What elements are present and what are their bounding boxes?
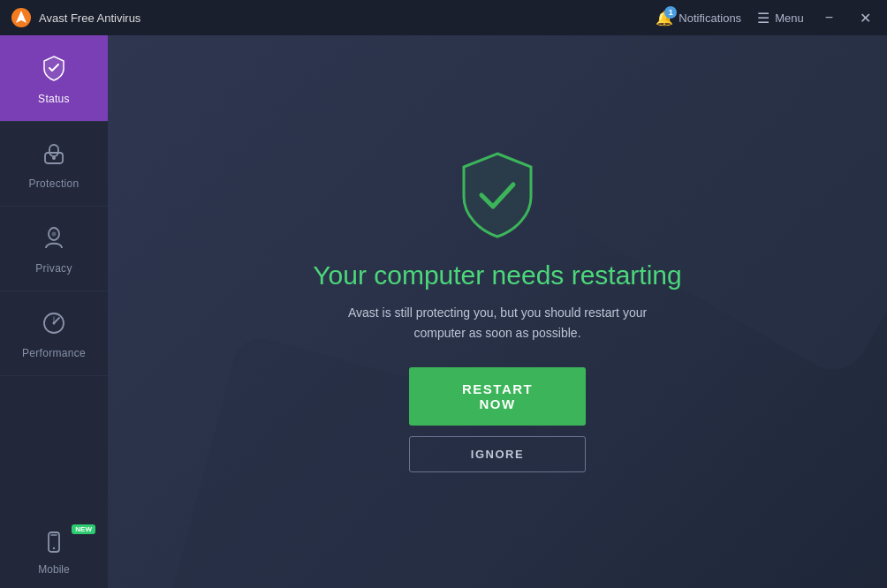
menu-label: Menu	[775, 11, 804, 25]
menu-icon: ☰	[757, 10, 769, 26]
sidebar-item-performance[interactable]: Performance	[0, 291, 108, 376]
shield-container	[458, 151, 537, 243]
svg-point-9	[53, 322, 56, 325]
performance-icon	[42, 311, 66, 340]
svg-point-11	[53, 547, 55, 549]
shield-icon	[458, 151, 537, 239]
notification-count: 1	[664, 6, 677, 19]
protection-icon	[42, 141, 65, 170]
main-content: Your computer needs restarting Avast is …	[108, 35, 887, 588]
titlebar: Avast Free Antivirus 🔔 1 Notifications ☰…	[0, 0, 887, 35]
sidebar-item-status[interactable]: Status	[0, 35, 108, 122]
sidebar-item-protection[interactable]: Protection	[0, 122, 108, 207]
status-icon	[41, 55, 67, 86]
restart-now-button[interactable]: RESTART NOW	[409, 367, 586, 426]
close-button[interactable]: ✕	[854, 8, 876, 28]
privacy-icon	[42, 226, 65, 255]
svg-rect-1	[49, 145, 58, 156]
sidebar-mobile-label: Mobile	[38, 563, 69, 576]
notifications-button[interactable]: 🔔 1 Notifications	[656, 10, 741, 26]
notifications-label: Notifications	[679, 11, 741, 25]
titlebar-right: 🔔 1 Notifications ☰ Menu − ✕	[656, 8, 876, 28]
content-inner: Your computer needs restarting Avast is …	[313, 151, 681, 472]
minimize-button[interactable]: −	[820, 8, 838, 27]
new-badge: NEW	[72, 524, 95, 534]
svg-point-5	[52, 232, 57, 237]
mobile-icon	[44, 531, 64, 558]
main-heading: Your computer needs restarting	[313, 260, 681, 290]
sidebar: Status Protection Privacy	[0, 35, 108, 588]
sidebar-privacy-label: Privacy	[35, 262, 72, 275]
sidebar-performance-label: Performance	[22, 347, 86, 359]
avast-logo-icon	[11, 7, 32, 28]
main-layout: Status Protection Privacy	[0, 35, 887, 588]
sidebar-item-mobile[interactable]: NEW Mobile	[0, 516, 108, 588]
sidebar-status-label: Status	[38, 93, 70, 105]
sidebar-protection-label: Protection	[28, 177, 79, 190]
app-title: Avast Free Antivirus	[39, 11, 140, 25]
main-subtext: Avast is still protecting you, but you s…	[330, 303, 665, 343]
notification-badge: 🔔 1	[656, 10, 673, 26]
menu-button[interactable]: ☰ Menu	[757, 10, 804, 26]
sidebar-item-privacy[interactable]: Privacy	[0, 207, 108, 291]
ignore-button[interactable]: IGNORE	[409, 436, 586, 472]
svg-point-3	[52, 156, 56, 160]
titlebar-left: Avast Free Antivirus	[11, 7, 140, 28]
